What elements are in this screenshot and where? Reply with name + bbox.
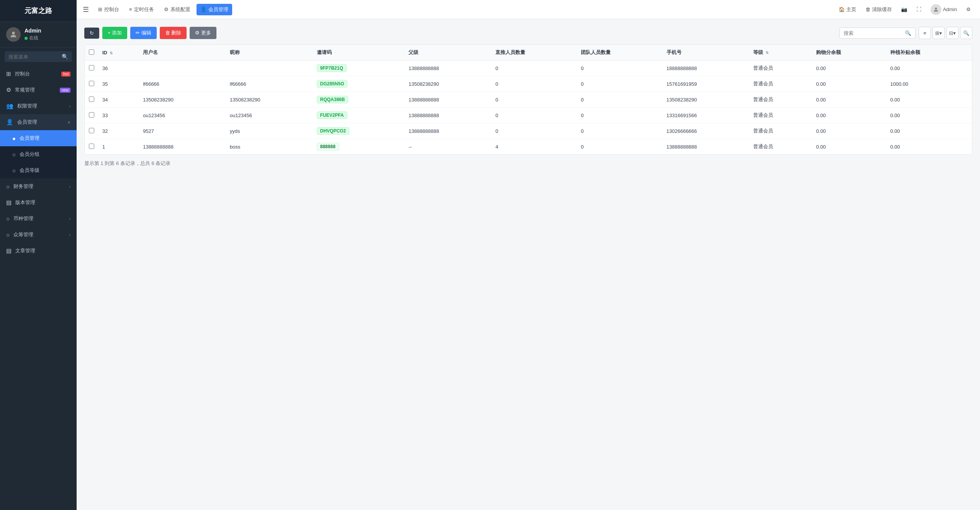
- topnav-member-label: 会员管理: [208, 6, 228, 13]
- search-icon: 🔍: [62, 54, 68, 60]
- topnav-scheduled[interactable]: ≡ 定时任务: [125, 4, 158, 15]
- delete-button[interactable]: 🗑 删除: [160, 27, 187, 39]
- sidebar-item-finance[interactable]: ○ 财务管理 ›: [0, 178, 77, 195]
- user-profile: Admin 在线: [0, 22, 77, 47]
- hot-badge: hot: [61, 72, 70, 77]
- row-checkbox[interactable]: [89, 96, 94, 102]
- cell-id: 1: [98, 139, 139, 155]
- sidebar-search-box[interactable]: 🔍: [5, 51, 72, 62]
- header-select-all[interactable]: [85, 45, 98, 60]
- row-checkbox-cell[interactable]: [85, 60, 98, 76]
- sidebar-item-member-level[interactable]: ○ 会员等级: [0, 162, 77, 178]
- sidebar-item-members[interactable]: 👤 会员管理 ∨: [0, 114, 77, 130]
- cell-username: [139, 60, 226, 76]
- cell-id: 34: [98, 92, 139, 108]
- sidebar-item-label: 币种管理: [13, 215, 69, 222]
- topnav-scheduled-icon: ≡: [129, 7, 132, 12]
- row-checkbox-cell[interactable]: [85, 92, 98, 108]
- cell-team-count: 0: [577, 60, 662, 76]
- sidebar-item-crowdfund[interactable]: ○ 众筹管理 ›: [0, 227, 77, 243]
- sidebar-item-label: 财务管理: [13, 183, 69, 190]
- add-button[interactable]: + 添加: [102, 27, 127, 39]
- sidebar-item-member-group[interactable]: ○ 会员分组: [0, 146, 77, 162]
- cell-shopping-balance: 0.00: [812, 108, 887, 123]
- topnav-dashboard-label: 控制台: [104, 6, 119, 13]
- cell-phone: 13316691566: [663, 108, 750, 123]
- row-checkbox-cell[interactable]: [85, 139, 98, 155]
- topnav-sysconfig-label: 系统配置: [170, 6, 190, 13]
- table-row: 35 lf66666 lf66666 DG285N5O 13508238290 …: [85, 76, 972, 92]
- select-all-checkbox[interactable]: [89, 49, 94, 55]
- topnav-dashboard[interactable]: ⊞ 控制台: [94, 4, 123, 15]
- list-view-button[interactable]: ≡: [919, 27, 931, 39]
- sidebar-item-permissions[interactable]: 👥 权限管理 ›: [0, 98, 77, 114]
- new-badge: new: [60, 88, 70, 93]
- page-content: ↻ + 添加 ✏ 编辑 🗑 删除 ⚙ 更多 🔍 ≡ ⊞▾: [77, 19, 980, 510]
- more-button[interactable]: ⚙ 更多: [190, 27, 216, 39]
- grid-icon: ⊞▾: [935, 30, 942, 36]
- sidebar-item-member-manage[interactable]: ● 会员管理: [0, 130, 77, 146]
- settings-button[interactable]: ⚙: [963, 5, 974, 14]
- sidebar: 元富之路 Admin 在线 🔍 ⊞ 控制台 hot ⚙ 常规管理 new 👥: [0, 0, 77, 510]
- topnav-sysconfig[interactable]: ⚙ 系统配置: [160, 4, 194, 15]
- row-checkbox[interactable]: [89, 144, 94, 149]
- sort-icon: ⇅: [765, 51, 769, 55]
- cell-parent: 13888888888: [405, 92, 492, 108]
- cell-team-count: 0: [577, 139, 662, 155]
- search-button[interactable]: 🔍: [901, 28, 915, 38]
- cell-team-count: 0: [577, 92, 662, 108]
- header-nickname: 昵称: [226, 45, 313, 60]
- table-body: 36 9FP7B21Q 13888888888 0 0 18888888888 …: [85, 60, 972, 155]
- sidebar-menu: ⊞ 控制台 hot ⚙ 常规管理 new 👥 权限管理 › 👤 会员管理 ∨ ●…: [0, 66, 77, 510]
- refresh-button[interactable]: ↻: [84, 28, 99, 39]
- topnav: ☰ ⊞ 控制台 ≡ 定时任务 ⚙ 系统配置 👤 会员管理 🏠 主页 🗑 清除缓存: [77, 0, 980, 19]
- sidebar-item-version[interactable]: ▤ 版本管理: [0, 195, 77, 211]
- cell-team-count: 0: [577, 76, 662, 92]
- chevron-right-icon: ›: [69, 216, 70, 221]
- row-checkbox-cell[interactable]: [85, 76, 98, 92]
- row-checkbox[interactable]: [89, 112, 94, 118]
- row-checkbox[interactable]: [89, 81, 94, 86]
- sidebar-item-currency[interactable]: ○ 币种管理 ›: [0, 211, 77, 227]
- cell-parent: 13888888888: [405, 108, 492, 123]
- cell-id: 33: [98, 108, 139, 123]
- topnav-member[interactable]: 👤 会员管理: [197, 4, 232, 15]
- admin-user[interactable]: Admin: [928, 2, 960, 17]
- sidebar-search-input[interactable]: [8, 54, 60, 60]
- sidebar-item-general[interactable]: ⚙ 常规管理 new: [0, 82, 77, 98]
- cell-shopping-balance: 0.00: [812, 60, 887, 76]
- row-checkbox-cell[interactable]: [85, 123, 98, 139]
- table-row: 36 9FP7B21Q 13888888888 0 0 18888888888 …: [85, 60, 972, 76]
- home-button[interactable]: 🏠 主页: [836, 4, 859, 15]
- search-input[interactable]: [840, 28, 901, 38]
- row-checkbox[interactable]: [89, 65, 94, 70]
- table-row: 32 9527 yyds DHVQPCO2 13888888888 0 0 13…: [85, 123, 972, 139]
- row-checkbox-cell[interactable]: [85, 108, 98, 123]
- hamburger-icon[interactable]: ☰: [83, 5, 89, 14]
- fullscreen-button[interactable]: ⛶: [913, 5, 924, 14]
- sidebar-item-dashboard[interactable]: ⊞ 控制台 hot: [0, 66, 77, 82]
- list-icon: ≡: [923, 30, 926, 36]
- currency-icon: ○: [6, 216, 10, 222]
- cell-direct-count: 0: [492, 60, 577, 76]
- admin-name: Admin: [943, 7, 957, 12]
- edit-button[interactable]: ✏ 编辑: [130, 27, 157, 39]
- search-toggle-icon: 🔍: [963, 30, 969, 36]
- search-toggle-button[interactable]: 🔍: [960, 27, 972, 39]
- cell-level: 普通会员: [749, 108, 812, 123]
- cell-invite-code: FUEV2PFA: [313, 108, 405, 123]
- header-plant-balance: 种植补贴余额: [887, 45, 972, 60]
- cell-plant-balance: 0.00: [887, 139, 972, 155]
- sidebar-item-article[interactable]: ▤ 文章管理: [0, 243, 77, 259]
- data-table: ID ⇅ 用户名 昵称 邀请码 父级 直推人员数量 团队人员数量 手机号 等级 …: [84, 44, 972, 155]
- cell-username: 13888888888: [139, 139, 226, 155]
- clear-cache-button[interactable]: 🗑 清除缓存: [862, 4, 895, 15]
- column-button[interactable]: ⊟▾: [946, 27, 959, 39]
- grid-view-button[interactable]: ⊞▾: [932, 27, 945, 39]
- cell-plant-balance: 0.00: [887, 60, 972, 76]
- screen-capture-button[interactable]: 📷: [898, 5, 910, 14]
- cell-level: 普通会员: [749, 123, 812, 139]
- cell-parent: 13508238290: [405, 76, 492, 92]
- header-invite-code: 邀请码: [313, 45, 405, 60]
- row-checkbox[interactable]: [89, 128, 94, 133]
